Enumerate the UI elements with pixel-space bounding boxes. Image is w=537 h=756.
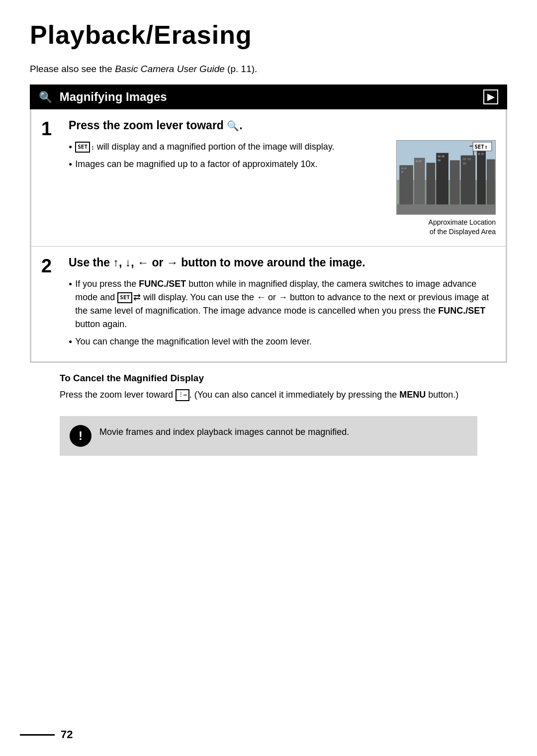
or-1: or — [268, 292, 276, 302]
step-1-inner: SET↕ will display and a magnified portio… — [69, 140, 496, 237]
svg-rect-12 — [401, 171, 403, 172]
step-2-bullet-2: You can change the magnification level w… — [69, 335, 496, 348]
intro-text-before: Please also see the — [30, 64, 115, 74]
svg-rect-13 — [416, 160, 418, 162]
intro-paragraph: Please also see the Basic Camera User Gu… — [30, 64, 507, 75]
step-2-bullet-2-text: You can change the magnification level w… — [75, 335, 496, 348]
section-title-text: Magnifying Images — [60, 90, 167, 103]
step-1-bullet-1: SET↕ will display and a magnified portio… — [69, 140, 386, 154]
cancel-text-end: button.) — [426, 390, 458, 400]
step-1-number: 1 — [41, 118, 69, 237]
section-header: 🔍 Magnifying Images ▶ — [30, 84, 507, 109]
warning-exclamation: ! — [79, 429, 83, 443]
step-2-bullet-1: If you press the FUNC./SET button while … — [69, 277, 496, 331]
warning-text: Movie frames and index playback images c… — [99, 425, 467, 439]
svg-text:↕: ↕ — [484, 144, 488, 150]
svg-rect-17 — [438, 159, 441, 161]
svg-rect-11 — [404, 168, 406, 169]
set-badge-2: SET — [117, 292, 132, 304]
svg-rect-25 — [397, 204, 495, 214]
svg-rect-20 — [463, 162, 466, 165]
step-1-image-area: SET ↕ Approximate Location of the Displa… — [396, 140, 496, 237]
menu-bold: MENU — [399, 390, 426, 400]
magnify-icon: 🔍 — [39, 91, 52, 103]
step-1-content: Press the zoom lever toward 🔍. SET↕ will… — [69, 118, 496, 237]
page-line — [20, 734, 55, 736]
page-container: Playback/Erasing Please also see the Bas… — [0, 0, 537, 756]
bullet-2-text: Images can be magnified up to a factor o… — [75, 158, 386, 171]
intro-text-after: (p. 11). — [225, 64, 257, 74]
step-1-bullet-2: Images can be magnified up to a factor o… — [69, 158, 386, 171]
page-number: 72 — [61, 728, 73, 741]
zoom-q-symbol: 🔍 — [227, 120, 239, 131]
cancel-section: To Cancel the Magnified Display Press th… — [30, 363, 507, 416]
caption-line2: of the Displayed Area — [430, 228, 496, 236]
caption-line1: Approximate Location — [429, 218, 496, 226]
svg-rect-21 — [478, 153, 480, 155]
step-2-bullet-1-text: If you press the FUNC./SET button while … — [75, 277, 496, 331]
svg-rect-16 — [442, 155, 445, 157]
cancel-text-after: . (You can also cancel it immediately by… — [189, 390, 400, 400]
city-skyline-image: SET ↕ — [396, 140, 496, 215]
step-2-content: Use the ↑, ↓, ← or → button to move arou… — [69, 255, 496, 352]
steps-container: 1 Press the zoom lever toward 🔍. SET↕ wi… — [30, 109, 507, 363]
step-1-text: SET↕ will display and a magnified portio… — [69, 140, 386, 175]
warning-icon: ! — [70, 425, 91, 447]
cancel-text-before: Press the zoom lever toward — [60, 390, 176, 400]
step-2-heading: Use the ↑, ↓, ← or → button to move arou… — [69, 255, 496, 270]
page-title: Playback/Erasing — [30, 20, 507, 50]
section-header-title: 🔍 Magnifying Images — [39, 90, 167, 104]
bullet-1-text: SET↕ will display and a magnified portio… — [75, 140, 386, 154]
svg-rect-18 — [463, 158, 466, 160]
step-1: 1 Press the zoom lever toward 🔍. SET↕ wi… — [31, 109, 506, 247]
svg-rect-14 — [419, 160, 422, 162]
step-1-bullets: SET↕ will display and a magnified portio… — [69, 140, 386, 171]
svg-text:SET: SET — [474, 144, 484, 150]
page-footer: 72 — [0, 728, 537, 741]
svg-rect-10 — [401, 168, 403, 169]
playback-mode-icon: ▶ — [483, 89, 498, 104]
warning-box: ! Movie frames and index playback images… — [60, 416, 477, 456]
step-2-bullets: If you press the FUNC./SET button while … — [69, 277, 496, 348]
step-2-number: 2 — [41, 255, 69, 352]
svg-rect-22 — [481, 153, 484, 155]
svg-rect-19 — [467, 158, 471, 160]
svg-rect-15 — [438, 155, 441, 157]
index-grid-icon: ⋮⋯ — [176, 389, 189, 401]
cancel-text: Press the zoom lever toward ⋮⋯. (You can… — [60, 388, 477, 402]
cancel-heading: To Cancel the Magnified Display — [60, 373, 477, 384]
step-1-heading: Press the zoom lever toward 🔍. — [69, 118, 496, 133]
set-badge-1: SET — [75, 142, 90, 153]
intro-italic: Basic Camera User Guide — [115, 64, 225, 74]
step-2: 2 Use the ↑, ↓, ← or → button to move ar… — [31, 247, 506, 361]
image-caption: Approximate Location of the Displayed Ar… — [396, 218, 496, 237]
